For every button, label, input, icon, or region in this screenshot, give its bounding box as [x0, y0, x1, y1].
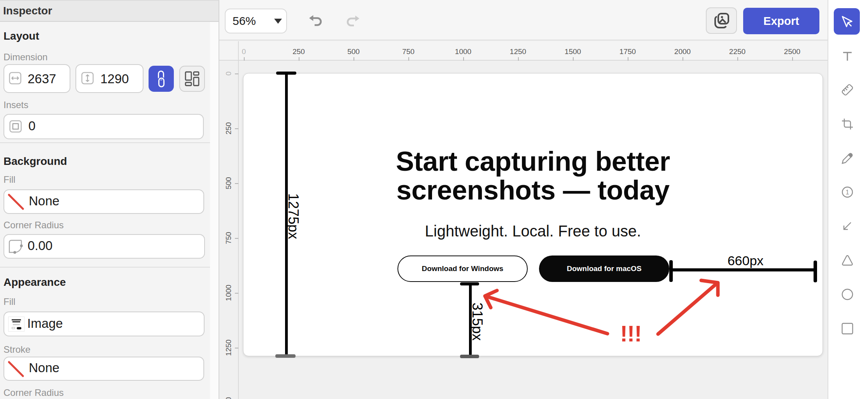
svg-text:1: 1: [846, 189, 849, 196]
